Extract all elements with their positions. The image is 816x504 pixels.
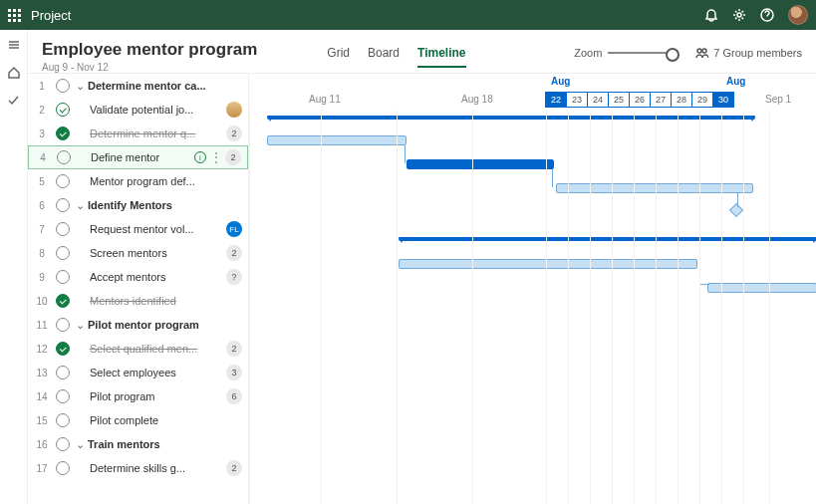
day-cell[interactable]: 30 — [712, 92, 734, 108]
view-grid[interactable]: Grid — [327, 46, 350, 68]
task-row[interactable]: 5Mentor program def... — [28, 169, 248, 193]
day-cell[interactable]: 23 — [566, 92, 588, 108]
status-circle[interactable] — [56, 246, 70, 260]
chevron-down-icon[interactable]: ⌄ — [76, 199, 86, 212]
count-badge: 2 — [226, 126, 242, 141]
task-row[interactable]: 9Accept mentors? — [28, 265, 248, 289]
tick-label: Sep 1 — [765, 94, 791, 105]
task-bar[interactable] — [556, 183, 753, 193]
day-cell[interactable]: 25 — [608, 92, 630, 108]
row-number: 16 — [34, 439, 50, 450]
row-number: 3 — [34, 128, 50, 139]
status-circle[interactable] — [56, 126, 70, 140]
task-bar[interactable] — [399, 259, 697, 269]
menu-icon[interactable] — [7, 38, 21, 52]
task-row[interactable]: 2Validate potential jo... — [28, 98, 248, 122]
task-row[interactable]: 7Request mentor vol...FL — [28, 217, 248, 241]
view-timeline[interactable]: Timeline — [417, 46, 465, 68]
task-row[interactable]: 11⌄Pilot mentor program — [28, 313, 248, 337]
day-cell[interactable]: 26 — [629, 92, 651, 108]
info-icon[interactable]: i — [194, 151, 206, 163]
status-circle[interactable] — [56, 270, 70, 284]
task-label: Screen mentors — [76, 247, 222, 259]
status-circle[interactable] — [57, 150, 71, 164]
kebab-icon[interactable]: ⋮ — [210, 150, 221, 164]
day-cell[interactable]: 29 — [691, 92, 713, 108]
task-row[interactable]: 14Pilot program6 — [28, 384, 248, 408]
task-label: Pilot mentor program — [88, 319, 242, 331]
check-icon[interactable] — [7, 94, 21, 108]
view-board[interactable]: Board — [368, 46, 400, 68]
summary-bar[interactable] — [267, 116, 755, 120]
timeline-pane[interactable]: Aug Aug Aug 11 Aug 18 Sep 1 222324252627… — [249, 74, 816, 504]
status-circle[interactable] — [56, 437, 70, 451]
task-label: Determine skills g... — [76, 462, 222, 474]
task-row[interactable]: 12Select qualified men...2 — [28, 337, 248, 361]
count-badge: 2 — [226, 245, 242, 261]
status-circle[interactable] — [56, 389, 70, 403]
task-label: Mentors identified — [76, 295, 242, 307]
home-icon[interactable] — [7, 66, 21, 80]
task-label: Define mentor — [77, 151, 190, 163]
assignee-avatar[interactable] — [226, 102, 242, 118]
day-cell[interactable]: 22 — [545, 92, 567, 108]
settings-icon[interactable] — [732, 8, 746, 22]
chevron-down-icon[interactable]: ⌄ — [76, 80, 86, 93]
status-circle[interactable] — [56, 198, 70, 212]
task-label: Pilot program — [76, 390, 222, 402]
task-row[interactable]: 15Pilot complete — [28, 408, 248, 432]
row-number: 11 — [34, 320, 50, 331]
count-badge: ? — [226, 269, 242, 285]
row-number: 7 — [34, 224, 50, 235]
row-number: 12 — [34, 344, 50, 355]
status-circle[interactable] — [56, 342, 70, 356]
task-row[interactable]: 3Determine mentor q...2 — [28, 122, 248, 145]
svg-point-0 — [737, 13, 741, 17]
task-label: Accept mentors — [76, 271, 222, 283]
status-circle[interactable] — [56, 461, 70, 475]
help-icon[interactable] — [760, 8, 774, 22]
row-number: 13 — [34, 368, 50, 378]
chevron-down-icon[interactable]: ⌄ — [76, 319, 86, 332]
status-circle[interactable] — [56, 222, 70, 236]
task-row[interactable]: 1⌄Determine mentor ca... — [28, 74, 248, 98]
day-cell[interactable]: 27 — [650, 92, 672, 108]
status-circle[interactable] — [56, 294, 70, 308]
task-row[interactable]: 4Define mentori⋮2 — [28, 145, 248, 169]
zoom-slider[interactable] — [608, 52, 678, 54]
count-badge: 6 — [226, 388, 242, 404]
status-circle[interactable] — [56, 79, 70, 93]
status-circle[interactable] — [56, 413, 70, 427]
task-row[interactable]: 10Mentors identified — [28, 289, 248, 313]
notification-icon[interactable] — [704, 8, 718, 22]
row-number: 9 — [34, 272, 50, 283]
count-badge: 3 — [226, 365, 242, 380]
task-row[interactable]: 13Select employees3 — [28, 361, 248, 384]
app-launcher-icon[interactable] — [8, 9, 21, 22]
row-number: 1 — [34, 81, 50, 92]
task-bar[interactable] — [267, 135, 407, 145]
day-selector[interactable]: 222324252627282930 — [546, 92, 734, 108]
milestone[interactable] — [729, 203, 743, 217]
task-bar[interactable] — [407, 159, 554, 169]
status-circle[interactable] — [56, 103, 70, 117]
count-badge: 2 — [226, 460, 242, 476]
day-cell[interactable]: 28 — [671, 92, 692, 108]
status-circle[interactable] — [56, 174, 70, 188]
row-number: 10 — [34, 296, 50, 307]
status-circle[interactable] — [56, 318, 70, 332]
task-label: Determine mentor q... — [76, 127, 222, 139]
group-members[interactable]: 7 Group members — [695, 46, 802, 59]
user-avatar[interactable] — [788, 5, 808, 25]
task-bar[interactable] — [707, 283, 816, 293]
status-circle[interactable] — [56, 366, 70, 379]
task-row[interactable]: 6⌄Identify Mentors — [28, 193, 248, 217]
chevron-down-icon[interactable]: ⌄ — [76, 438, 86, 451]
task-row[interactable]: 17Determine skills g...2 — [28, 456, 248, 480]
task-row[interactable]: 8Screen mentors2 — [28, 241, 248, 265]
task-row[interactable]: 16⌄Train mentors — [28, 432, 248, 456]
day-cell[interactable]: 24 — [587, 92, 609, 108]
task-label: Identify Mentors — [88, 199, 242, 211]
summary-bar[interactable] — [399, 237, 816, 241]
row-number: 17 — [34, 463, 50, 474]
